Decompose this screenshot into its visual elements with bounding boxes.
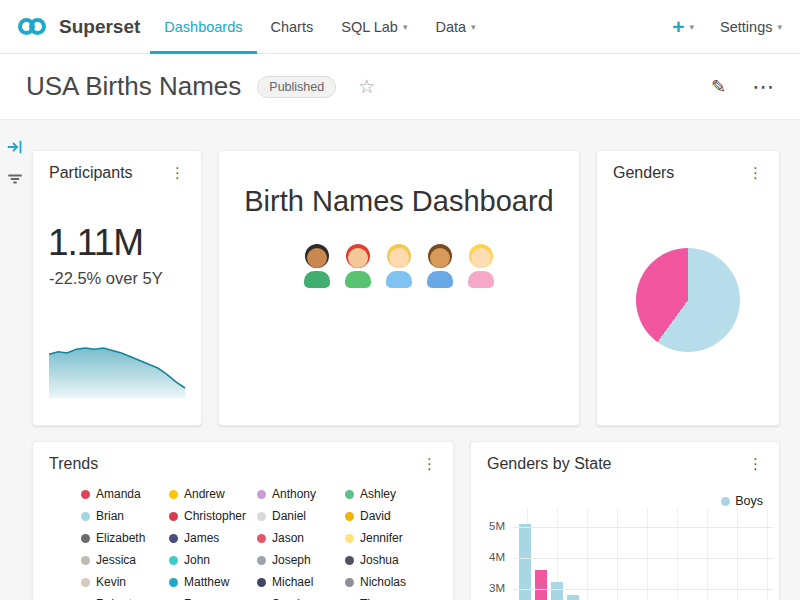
genders-by-state-card: Genders by State ⋮ Boys 5M 4M 3M bbox=[470, 441, 780, 600]
legend-item-jason[interactable]: Jason bbox=[257, 531, 345, 545]
superset-brand[interactable]: Superset bbox=[18, 16, 140, 38]
bar-girls[interactable] bbox=[535, 570, 547, 600]
settings-label: Settings bbox=[720, 19, 772, 35]
legend-item-nicholas[interactable]: Nicholas bbox=[345, 575, 433, 589]
superset-logo-icon bbox=[18, 17, 50, 37]
markdown-header-card: Birth Names Dashboard bbox=[218, 150, 580, 426]
legend-label: Anthony bbox=[272, 487, 316, 501]
legend-label: Joseph bbox=[272, 553, 311, 567]
nav-items: Dashboards Charts SQL Lab ▾ Data ▾ bbox=[150, 0, 489, 54]
legend-color-dot bbox=[721, 497, 730, 506]
kebab-menu-icon[interactable]: ⋮ bbox=[744, 455, 767, 473]
legend-color-dot bbox=[169, 556, 178, 565]
legend-item-elizabeth[interactable]: Elizabeth bbox=[81, 531, 169, 545]
legend-label: Jason bbox=[272, 531, 304, 545]
legend-label: Daniel bbox=[272, 509, 306, 523]
legend-item-james[interactable]: James bbox=[169, 531, 257, 545]
legend-color-dot bbox=[169, 534, 178, 543]
nav-item-label: SQL Lab bbox=[341, 19, 398, 35]
legend-item-kevin[interactable]: Kevin bbox=[81, 575, 169, 589]
legend-color-dot bbox=[345, 534, 354, 543]
chart-title: Genders bbox=[613, 164, 674, 182]
nav-item-sql-lab[interactable]: SQL Lab ▾ bbox=[327, 0, 421, 54]
legend-item-ashley[interactable]: Ashley bbox=[345, 487, 433, 501]
legend-item-david[interactable]: David bbox=[345, 509, 433, 523]
kebab-menu-icon[interactable]: ⋮ bbox=[744, 164, 767, 182]
superset-dashboard-page: Superset Dashboards Charts SQL Lab ▾ Dat… bbox=[0, 0, 800, 600]
chevron-down-icon: ▾ bbox=[690, 22, 695, 32]
legend-color-dot bbox=[345, 512, 354, 521]
nav-item-label: Charts bbox=[271, 19, 314, 35]
legend-label: John bbox=[184, 553, 210, 567]
participants-card: Participants ⋮ 1.11M -22.5% over 5Y bbox=[32, 150, 202, 426]
child-figure-4 bbox=[423, 244, 457, 290]
legend-item-john[interactable]: John bbox=[169, 553, 257, 567]
more-options-icon[interactable]: ⋯ bbox=[752, 74, 774, 100]
genders-pie-chart[interactable] bbox=[636, 248, 740, 352]
legend-item-christopher[interactable]: Christopher bbox=[169, 509, 257, 523]
big-number-delta: -22.5% over 5Y bbox=[49, 269, 201, 288]
nav-item-dashboards[interactable]: Dashboards bbox=[150, 0, 256, 54]
legend-item-jennifer[interactable]: Jennifer bbox=[345, 531, 433, 545]
legend-color-dot bbox=[345, 578, 354, 587]
brand-name: Superset bbox=[59, 16, 140, 38]
legend-item-joshua[interactable]: Joshua bbox=[345, 553, 433, 567]
legend-label: Amanda bbox=[96, 487, 141, 501]
y-axis-tick-label: 4M bbox=[483, 551, 505, 563]
trends-card: Trends ⋮ Amanda Andrew Anthony Ashley Br… bbox=[32, 441, 454, 600]
legend-label: Jessica bbox=[96, 553, 136, 567]
expand-filters-icon[interactable] bbox=[0, 134, 30, 160]
legend-item-joseph[interactable]: Joseph bbox=[257, 553, 345, 567]
legend-color-dot bbox=[257, 578, 266, 587]
plus-icon: + bbox=[672, 15, 684, 39]
gridline bbox=[513, 558, 773, 559]
kebab-menu-icon[interactable]: ⋮ bbox=[166, 164, 189, 182]
legend-color-dot bbox=[169, 490, 178, 499]
legend-color-dot bbox=[81, 556, 90, 565]
gbs-legend[interactable]: Boys bbox=[721, 494, 763, 508]
filter-icon[interactable] bbox=[0, 166, 30, 192]
chevron-down-icon: ▾ bbox=[777, 22, 782, 32]
legend-item-andrew[interactable]: Andrew bbox=[169, 487, 257, 501]
legend-item-brian[interactable]: Brian bbox=[81, 509, 169, 523]
legend-label: Jennifer bbox=[360, 531, 403, 545]
legend-item-anthony[interactable]: Anthony bbox=[257, 487, 345, 501]
legend-label: Matthew bbox=[184, 575, 229, 589]
nav-item-data[interactable]: Data ▾ bbox=[421, 0, 489, 54]
chevron-down-icon: ▾ bbox=[403, 22, 408, 32]
legend-color-dot bbox=[169, 512, 178, 521]
filter-rail bbox=[0, 128, 30, 192]
nav-item-label: Dashboards bbox=[164, 19, 242, 35]
legend-label: David bbox=[360, 509, 391, 523]
legend-label: Nicholas bbox=[360, 575, 406, 589]
settings-menu[interactable]: Settings ▾ bbox=[720, 19, 782, 35]
legend-item-michael[interactable]: Michael bbox=[257, 575, 345, 589]
legend-color-dot bbox=[169, 578, 178, 587]
dashboard-hero-title: Birth Names Dashboard bbox=[219, 185, 579, 218]
legend-item-matthew[interactable]: Matthew bbox=[169, 575, 257, 589]
legend-color-dot bbox=[81, 578, 90, 587]
big-number-value: 1.11M bbox=[48, 222, 201, 264]
nav-item-charts[interactable]: Charts bbox=[257, 0, 328, 54]
bar-boys[interactable] bbox=[551, 582, 563, 600]
kebab-menu-icon[interactable]: ⋮ bbox=[418, 455, 441, 473]
child-figure-3 bbox=[382, 244, 416, 290]
legend-item-amanda[interactable]: Amanda bbox=[81, 487, 169, 501]
gridline bbox=[513, 589, 773, 590]
legend-color-dot bbox=[257, 556, 266, 565]
gbs-plot bbox=[513, 508, 773, 600]
favorite-star-icon[interactable]: ☆ bbox=[358, 75, 375, 98]
legend-item-jessica[interactable]: Jessica bbox=[81, 553, 169, 567]
edit-pencil-icon[interactable]: ✎ bbox=[711, 76, 726, 98]
published-badge[interactable]: Published bbox=[257, 76, 336, 98]
dashboard-header: USA Births Names Published ☆ ✎ ⋯ bbox=[0, 54, 800, 120]
legend-label: James bbox=[184, 531, 219, 545]
new-button[interactable]: + ▾ bbox=[672, 15, 694, 39]
legend-label: Andrew bbox=[184, 487, 225, 501]
legend-label: Michael bbox=[272, 575, 313, 589]
y-axis-tick-label: 3M bbox=[483, 582, 505, 594]
legend-item-daniel[interactable]: Daniel bbox=[257, 509, 345, 523]
legend-color-dot bbox=[257, 512, 266, 521]
child-figure-5 bbox=[464, 244, 498, 290]
bar-boys[interactable] bbox=[567, 595, 579, 600]
